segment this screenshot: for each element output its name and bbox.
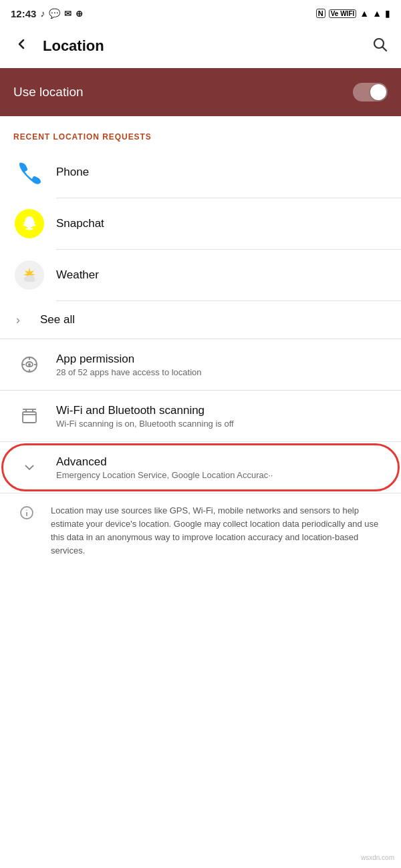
weather-app-icon [13, 259, 45, 291]
use-location-banner[interactable]: Use location [0, 68, 401, 116]
permission-subtitle: 28 of 52 apps have access to location [56, 367, 388, 377]
app-bar: Location [0, 27, 401, 68]
permission-item-text: App permission 28 of 52 apps have access… [56, 353, 388, 377]
search-button[interactable] [369, 33, 390, 59]
volte-icon: Ve WIFI [329, 9, 357, 18]
message-icon: ✉ [64, 9, 72, 19]
time-display: 12:43 [11, 8, 36, 19]
status-time: 12:43 ♪ 💬 ✉ ⊕ [11, 8, 83, 19]
phone-item-title: Phone [56, 166, 388, 179]
whatsapp-icon: 💬 [49, 8, 60, 19]
advanced-title: Advanced [56, 455, 388, 469]
weather-bg [15, 260, 44, 290]
see-all-row[interactable]: › See all [0, 301, 401, 339]
use-location-toggle[interactable] [353, 83, 388, 101]
permission-title: App permission [56, 353, 388, 366]
weather-item-text: Weather [56, 268, 388, 282]
chrome-icon: ⊕ [76, 9, 83, 19]
wifi-icon: ▲ [360, 8, 369, 19]
nfc-icon: N [316, 9, 325, 18]
scanning-title: Wi-Fi and Bluetooth scanning [56, 404, 388, 417]
list-item-advanced[interactable]: Advanced Emergency Location Service, Goo… [0, 442, 401, 493]
snapchat-item-title: Snapchat [56, 217, 388, 230]
scanning-icon [13, 400, 45, 432]
advanced-subtitle: Emergency Location Service, Google Locat… [56, 470, 388, 480]
recent-section-header: RECENT LOCATION REQUESTS [0, 116, 401, 147]
phone-item-text: Phone [56, 166, 388, 179]
page-title: Location [43, 37, 104, 55]
toggle-thumb [370, 84, 386, 100]
music-icon: ♪ [40, 8, 45, 19]
signal-icon: ▲ [372, 8, 382, 19]
scanning-subtitle: Wi-Fi scanning is on, Bluetooth scanning… [56, 419, 388, 429]
permission-icon [13, 349, 45, 381]
watermark: wsxdn.com [361, 854, 394, 861]
info-icon [13, 504, 40, 531]
back-button[interactable] [11, 33, 32, 59]
advanced-icon [13, 451, 45, 483]
use-location-label: Use location [13, 85, 84, 99]
advanced-item-text: Advanced Emergency Location Service, Goo… [56, 455, 388, 480]
content-area: RECENT LOCATION REQUESTS Phone Snapchat [0, 116, 401, 569]
see-all-chevron-icon: › [16, 313, 20, 327]
info-section: Location may use sources like GPS, Wi-Fi… [0, 493, 401, 569]
phone-app-icon [13, 156, 45, 188]
list-item-app-permission[interactable]: App permission 28 of 52 apps have access… [0, 339, 401, 390]
status-right-icons: N Ve WIFI ▲ ▲ ▮ [316, 8, 390, 19]
list-item-snapchat[interactable]: Snapchat [0, 198, 401, 249]
list-item-phone[interactable]: Phone [0, 147, 401, 198]
svg-line-1 [383, 47, 387, 51]
svg-rect-12 [23, 412, 36, 423]
svg-point-7 [28, 363, 31, 366]
snapchat-item-text: Snapchat [56, 217, 388, 230]
info-text: Location may use sources like GPS, Wi-Fi… [51, 504, 388, 558]
svg-point-18 [26, 509, 27, 511]
list-item-wifi-scanning[interactable]: Wi-Fi and Bluetooth scanning Wi-Fi scann… [0, 391, 401, 441]
snapchat-bg [15, 209, 44, 238]
see-all-label: See all [40, 313, 75, 327]
scanning-item-text: Wi-Fi and Bluetooth scanning Wi-Fi scann… [56, 404, 388, 429]
list-item-weather[interactable]: Weather [0, 250, 401, 300]
weather-item-title: Weather [56, 268, 388, 282]
svg-point-5 [29, 278, 35, 282]
battery-icon: ▮ [385, 8, 390, 19]
status-bar: 12:43 ♪ 💬 ✉ ⊕ N Ve WIFI ▲ ▲ ▮ [0, 0, 401, 27]
app-bar-left: Location [11, 33, 104, 59]
snapchat-app-icon [13, 208, 45, 240]
